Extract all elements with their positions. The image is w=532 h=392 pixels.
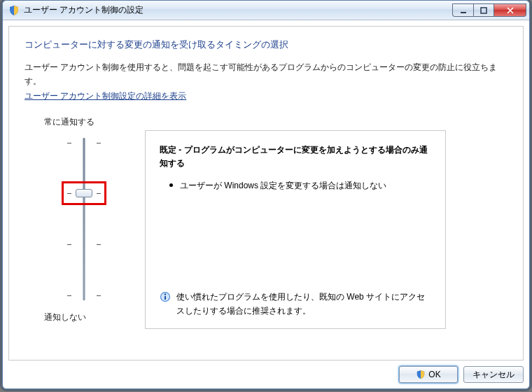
ok-button[interactable]: OK [399, 366, 458, 383]
slider-tick [67, 244, 71, 246]
page-heading: コンピューターに対する変更の通知を受け取るタイミングの選択 [24, 39, 507, 51]
slider-column: 常に通知する 通知しない [38, 113, 130, 329]
description-text: ユーザー アカウント制御を使用すると、問題を起こす可能性があるプログラムからのコ… [24, 61, 507, 89]
svg-rect-1 [481, 8, 486, 13]
info-icon [160, 291, 171, 302]
recommendation-text: 使い慣れたプログラムを使用したり、既知の Web サイトにアクセスしたりする場合… [176, 290, 431, 318]
panel-bullet-item: ユーザーが Windows 設定を変更する場合は通知しない [160, 178, 431, 192]
shield-icon [416, 370, 426, 379]
titlebar[interactable]: ユーザー アカウント制御の設定 [3, 1, 529, 20]
panel-title: 既定 - プログラムがコンピューターに変更を加えようとする場合のみ通知する [160, 144, 431, 170]
slider-tick [97, 244, 101, 246]
notification-level-slider[interactable] [59, 134, 109, 304]
client-area: コンピューターに対する変更の通知を受け取るタイミングの選択 ユーザー アカウント… [8, 26, 524, 360]
window-title: ユーザー アカウント制御の設定 [24, 4, 144, 16]
main-content-row: 常に通知する 通知しない 既定 - プログラムがコンピュータ [24, 113, 507, 329]
maximize-button[interactable] [473, 4, 494, 17]
cancel-button[interactable]: キャンセル [463, 366, 524, 383]
dialog-footer: OK キャンセル [8, 366, 524, 383]
close-button[interactable] [494, 4, 526, 17]
slider-top-label: 常に通知する [38, 116, 94, 128]
slider-tick [67, 143, 71, 144]
slider-track [83, 138, 85, 300]
bullet-icon [169, 183, 173, 187]
slider-tick [97, 295, 101, 297]
slider-tick [67, 193, 71, 195]
svg-rect-0 [461, 12, 466, 13]
svg-rect-4 [164, 296, 166, 300]
slider-tick [97, 193, 101, 195]
slider-tick [97, 143, 101, 144]
shield-icon [8, 5, 20, 16]
learn-more-link[interactable]: ユーザー アカウント制御設定の詳細を表示 [24, 90, 507, 102]
cancel-button-label: キャンセル [472, 369, 514, 381]
slider-tick [67, 295, 71, 297]
ok-button-label: OK [428, 370, 440, 379]
slider-thumb[interactable] [76, 189, 92, 197]
minimize-button[interactable] [452, 4, 473, 17]
bullet-text: ユーザーが Windows 設定を変更する場合は通知しない [180, 178, 386, 192]
window-controls [452, 4, 529, 17]
recommendation-row: 使い慣れたプログラムを使用したり、既知の Web サイトにアクセスしたりする場合… [160, 290, 431, 318]
uac-settings-window: ユーザー アカウント制御の設定 コンピューターに対する変更の通知を受け取るタイミ… [2, 0, 530, 389]
svg-point-5 [164, 293, 166, 295]
level-description-panel: 既定 - プログラムがコンピューターに変更を加えようとする場合のみ通知する ユー… [145, 130, 446, 329]
slider-bottom-label: 通知しない [38, 312, 86, 323]
